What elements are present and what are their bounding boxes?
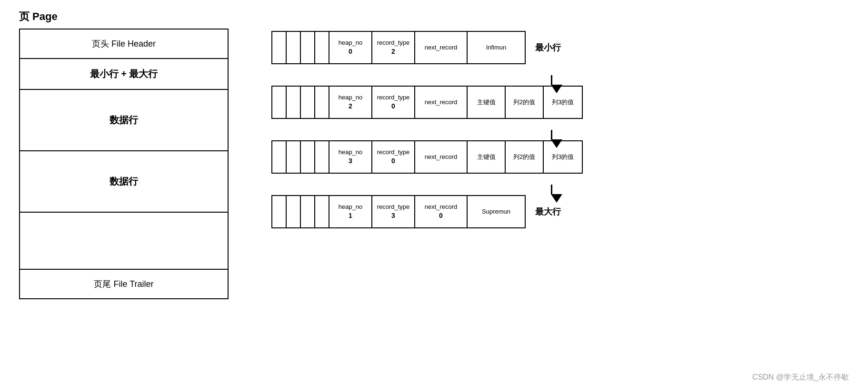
max-record-box: heap_no 1 record_type 3 next_record 0 Su… xyxy=(271,195,526,228)
cell-pk-1: 主键值 xyxy=(468,87,506,118)
min-row-label: 最小行 xyxy=(535,42,569,53)
cell-s3 xyxy=(301,87,315,118)
cell-col2-2: 列2的值 xyxy=(506,141,544,173)
cell-s4 xyxy=(315,32,329,63)
records-container: heap_no 0 record_type 2 next_record Infi… xyxy=(271,10,583,299)
cell-s4 xyxy=(315,196,329,227)
watermark: CSDN @学无止境_永不停歇 xyxy=(752,372,849,382)
cell-col3-1: 列3的值 xyxy=(544,87,582,118)
arrow-3 xyxy=(519,174,583,195)
arrow-1 xyxy=(519,64,583,86)
page-box: 页头 File Header 最小行 + 最大行 数据行 数据行 页尾 File… xyxy=(19,29,229,299)
min-record-box: heap_no 0 record_type 2 next_record Infi… xyxy=(271,31,526,64)
cell-heap-no: heap_no 0 xyxy=(329,32,372,63)
cell-col2-1: 列2的值 xyxy=(506,87,544,118)
cell-s2 xyxy=(287,32,301,63)
cell-pk-2: 主键值 xyxy=(468,141,506,173)
main-container: 页 Page 页头 File Header 最小行 + 最大行 数据行 数据行 … xyxy=(0,0,868,309)
cell-heap-no-4: heap_no 1 xyxy=(329,196,372,227)
cell-s3 xyxy=(301,141,315,173)
cell-heap-no-3: heap_no 3 xyxy=(329,141,372,173)
page-row-data2: 数据行 xyxy=(20,151,228,213)
cell-s3 xyxy=(301,196,315,227)
max-row-wrapper: heap_no 1 record_type 3 next_record 0 Su… xyxy=(271,195,583,228)
page-structure: 页 Page 页头 File Header 最小行 + 最大行 数据行 数据行 … xyxy=(14,10,233,299)
cell-s2 xyxy=(287,141,301,173)
cell-record-type-2: record_type 0 xyxy=(372,87,415,118)
cell-next-record-2: next_record xyxy=(415,87,468,118)
cell-record-type: record_type 2 xyxy=(372,32,415,63)
max-row-label: 最大行 xyxy=(535,206,569,217)
cell-s4 xyxy=(315,141,329,173)
data-record-box-1: heap_no 2 record_type 0 next_record 主键值 … xyxy=(271,86,583,119)
cell-record-type-4: record_type 3 xyxy=(372,196,415,227)
cell-record-type-3: record_type 0 xyxy=(372,141,415,173)
min-row-wrapper: heap_no 0 record_type 2 next_record Infi… xyxy=(271,31,583,64)
cell-s1 xyxy=(272,87,287,118)
page-title: 页 Page xyxy=(19,10,58,24)
cell-s1 xyxy=(272,141,287,173)
cell-s3 xyxy=(301,32,315,63)
page-row-data1: 数据行 xyxy=(20,90,228,151)
data-record-box-2: heap_no 3 record_type 0 next_record 主键值 … xyxy=(271,140,583,174)
cell-s2 xyxy=(287,196,301,227)
cell-col3-2: 列3的值 xyxy=(544,141,582,173)
cell-next-record-4: next_record 0 xyxy=(415,196,468,227)
page-row-file-trailer: 页尾 File Trailer xyxy=(20,270,228,298)
cell-infimun: Infimun xyxy=(468,32,525,63)
cell-heap-no-2: heap_no 2 xyxy=(329,87,372,118)
data-row-1-wrapper: heap_no 2 record_type 0 next_record 主键值 … xyxy=(271,86,583,119)
cell-next-record: next_record xyxy=(415,32,468,63)
cell-s1 xyxy=(272,32,287,63)
cell-s4 xyxy=(315,87,329,118)
data-row-2-wrapper: heap_no 3 record_type 0 next_record 主键值 … xyxy=(271,140,583,174)
page-row-empty xyxy=(20,213,228,270)
page-row-min-max: 最小行 + 最大行 xyxy=(20,59,228,90)
cell-s2 xyxy=(287,87,301,118)
cell-next-record-3: next_record xyxy=(415,141,468,173)
cell-s1 xyxy=(272,196,287,227)
arrow-2 xyxy=(519,119,583,140)
cell-supremun: Supremun xyxy=(468,196,525,227)
page-row-file-header: 页头 File Header xyxy=(20,29,228,59)
